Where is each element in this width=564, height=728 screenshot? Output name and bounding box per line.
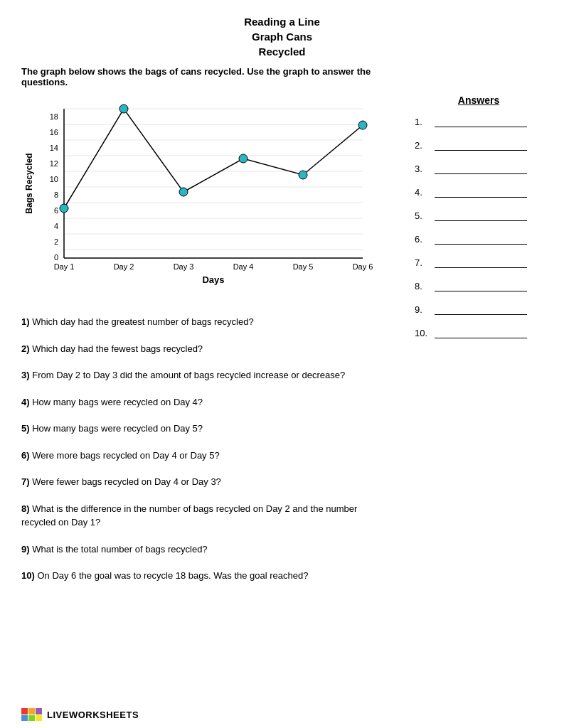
question-7: 7) Were fewer bags recycled on Day 4 or … <box>21 475 393 489</box>
question-1: 1) Which day had the greatest number of … <box>21 315 393 329</box>
question-8: 8) What is the difference in the number … <box>21 502 393 530</box>
q5-text: How many bags were recycled on Day 5? <box>32 423 203 434</box>
svg-text:16: 16 <box>50 128 58 136</box>
data-point-day1 <box>60 204 68 213</box>
q9-text: What is the total number of bags recycle… <box>32 544 207 555</box>
answer-num-7: 7. <box>415 257 435 268</box>
answer-num-5: 5. <box>415 210 435 221</box>
data-point-day3 <box>179 188 188 196</box>
answer-2: 2. <box>415 140 543 151</box>
answer-line-6 <box>435 235 527 245</box>
data-point-day6 <box>358 121 367 129</box>
svg-text:Day 3: Day 3 <box>174 262 194 271</box>
svg-text:6: 6 <box>54 206 58 215</box>
question-6: 6) Were more bags recycled on Day 4 or D… <box>21 449 393 463</box>
question-5: 5) How many bags were recycled on Day 5? <box>21 422 393 436</box>
svg-text:4: 4 <box>54 222 58 230</box>
answer-line-5 <box>435 211 527 221</box>
title-section: Reading a Line Graph Cans Recycled <box>21 14 543 59</box>
line-chart: 0 2 4 6 8 10 12 14 16 18 Day 1 Day 2 Day… <box>21 102 377 301</box>
left-section: 0 2 4 6 8 10 12 14 16 18 Day 1 Day 2 Day… <box>21 95 393 596</box>
liveworksheets-logo <box>21 708 43 721</box>
svg-rect-35 <box>36 715 42 721</box>
q3-num: 3) <box>21 370 32 380</box>
svg-text:Day 1: Day 1 <box>54 262 75 271</box>
q8-text: What is the difference in the number of … <box>21 503 357 528</box>
data-point-day4 <box>239 154 248 163</box>
svg-text:Day 2: Day 2 <box>114 262 134 271</box>
q1-num: 1) <box>21 316 32 327</box>
title-line1: Reading a Line <box>244 16 320 28</box>
answer-10: 10. <box>415 328 543 338</box>
answer-line-8 <box>435 282 527 291</box>
q4-num: 4) <box>21 397 32 407</box>
answer-num-1: 1. <box>415 117 435 127</box>
svg-rect-32 <box>21 715 28 721</box>
question-10: 10) On Day 6 the goal was to recycle 18 … <box>21 569 393 583</box>
svg-text:Day 6: Day 6 <box>353 262 373 271</box>
svg-text:Days: Days <box>202 274 224 285</box>
q6-num: 6) <box>21 450 32 461</box>
answers-section: Answers 1. 2. 3. 4. 5. 6. 7. <box>400 95 543 596</box>
answer-3: 3. <box>415 164 543 174</box>
answer-line-7 <box>435 258 527 268</box>
svg-text:0: 0 <box>54 253 58 262</box>
svg-text:10: 10 <box>50 175 58 183</box>
answer-line-3 <box>435 164 527 174</box>
questions-section: 1) Which day had the greatest number of … <box>21 315 393 583</box>
q4-text: How many bags were recycled on Day 4? <box>32 397 203 407</box>
svg-text:18: 18 <box>50 112 58 121</box>
q10-num: 10) <box>21 570 37 581</box>
data-point-day5 <box>299 171 307 179</box>
q3-text: From Day 2 to Day 3 did the amount of ba… <box>32 370 345 380</box>
q6-text: Were more bags recycled on Day 4 or Day … <box>32 450 220 461</box>
answer-4: 4. <box>415 187 543 198</box>
svg-text:Bags Recycled: Bags Recycled <box>24 153 34 213</box>
answer-7: 7. <box>415 257 543 268</box>
answer-line-4 <box>435 188 527 198</box>
svg-text:8: 8 <box>54 191 58 199</box>
svg-rect-31 <box>28 708 35 714</box>
q10-text: On Day 6 the goal was to recycle 18 bags… <box>37 570 308 581</box>
answer-line-2 <box>435 141 527 151</box>
question-2: 2) Which day had the fewest bags recycle… <box>21 342 393 356</box>
chart-container: 0 2 4 6 8 10 12 14 16 18 Day 1 Day 2 Day… <box>21 102 393 301</box>
q7-num: 7) <box>21 476 32 487</box>
svg-rect-34 <box>36 708 42 714</box>
q2-num: 2) <box>21 343 32 354</box>
q1-text: Which day had the greatest number of bag… <box>32 316 253 327</box>
q5-num: 5) <box>21 423 32 434</box>
q2-text: Which day had the fewest bags recycled? <box>32 343 203 354</box>
svg-text:2: 2 <box>54 237 58 246</box>
q9-num: 9) <box>21 544 32 555</box>
footer-text: LIVEWORKSHEETS <box>47 710 139 720</box>
footer: LIVEWORKSHEETS <box>21 708 139 721</box>
data-point-day2 <box>119 105 128 113</box>
question-3: 3) From Day 2 to Day 3 did the amount of… <box>21 368 393 382</box>
q8-num: 8) <box>21 503 32 514</box>
svg-text:Day 4: Day 4 <box>233 262 254 271</box>
answer-num-6: 6. <box>415 234 435 245</box>
answer-num-3: 3. <box>415 164 435 174</box>
answer-line-9 <box>435 305 527 315</box>
q7-text: Were fewer bags recycled on Day 4 or Day… <box>32 476 221 487</box>
answer-1: 1. <box>415 117 543 127</box>
answers-title: Answers <box>415 95 543 106</box>
answer-num-10: 10. <box>415 328 435 338</box>
svg-text:14: 14 <box>50 144 58 152</box>
answer-num-8: 8. <box>415 281 435 291</box>
answer-5: 5. <box>415 210 543 221</box>
svg-rect-33 <box>28 715 35 721</box>
svg-text:Day 5: Day 5 <box>293 262 314 271</box>
answer-line-10 <box>435 328 527 338</box>
answer-9: 9. <box>415 304 543 315</box>
answer-num-9: 9. <box>415 304 435 315</box>
answer-6: 6. <box>415 234 543 245</box>
title-line3: Recycled <box>259 46 306 58</box>
answer-num-2: 2. <box>415 140 435 151</box>
answer-line-1 <box>435 117 527 127</box>
answer-8: 8. <box>415 281 543 291</box>
svg-text:12: 12 <box>50 159 58 168</box>
intro-text: The graph below shows the bags of cans r… <box>21 66 405 87</box>
question-9: 9) What is the total number of bags recy… <box>21 542 393 557</box>
